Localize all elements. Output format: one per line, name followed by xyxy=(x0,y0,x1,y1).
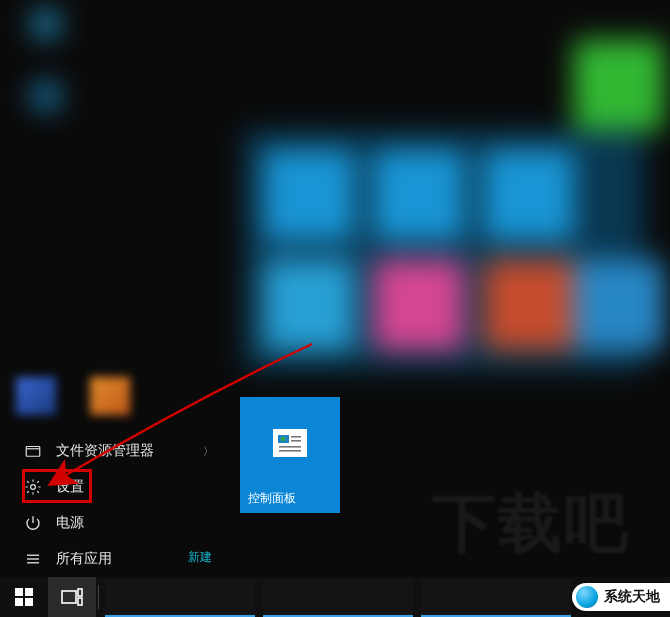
taskbar-running-app[interactable] xyxy=(263,579,413,617)
globe-icon xyxy=(576,586,598,608)
svg-rect-8 xyxy=(291,436,301,438)
svg-rect-12 xyxy=(15,588,23,596)
control-panel-tile-label: 控制面板 xyxy=(240,484,340,513)
svg-rect-18 xyxy=(78,598,82,605)
taskbar-separator xyxy=(98,585,99,609)
control-panel-tile[interactable]: 控制面板 xyxy=(240,397,340,513)
gear-icon xyxy=(24,478,42,496)
power-icon xyxy=(24,514,42,532)
svg-rect-0 xyxy=(26,447,40,457)
site-badge-label: 系统天地 xyxy=(604,588,660,606)
svg-rect-16 xyxy=(62,591,76,603)
svg-point-7 xyxy=(281,437,286,442)
svg-rect-11 xyxy=(279,450,301,452)
settings-label: 设置 xyxy=(56,478,84,496)
file-explorer-menu-item[interactable]: 文件资源管理器 〉 xyxy=(14,433,224,469)
app-icon-blur xyxy=(90,377,130,415)
taskbar-running-app[interactable] xyxy=(105,579,255,617)
recent-apps-row xyxy=(16,377,130,415)
control-panel-icon xyxy=(273,429,307,457)
all-apps-label: 所有应用 xyxy=(56,550,112,568)
file-explorer-icon xyxy=(24,442,42,460)
start-button[interactable] xyxy=(0,577,48,617)
power-menu-item[interactable]: 电源 xyxy=(14,505,224,541)
task-view-icon xyxy=(61,588,83,606)
power-label: 电源 xyxy=(56,514,84,532)
svg-rect-17 xyxy=(78,589,82,596)
all-apps-icon xyxy=(24,550,42,568)
tile-group-label: 新建 xyxy=(188,549,212,566)
svg-rect-10 xyxy=(279,446,301,448)
svg-rect-9 xyxy=(291,440,301,442)
svg-rect-13 xyxy=(25,588,33,596)
taskbar-running-app[interactable] xyxy=(421,579,571,617)
svg-rect-14 xyxy=(15,598,23,606)
settings-menu-item[interactable]: 设置 xyxy=(14,469,224,505)
site-badge: 系统天地 xyxy=(572,583,670,611)
chevron-right-icon: 〉 xyxy=(203,444,214,459)
svg-rect-15 xyxy=(25,598,33,606)
task-view-button[interactable] xyxy=(48,577,96,617)
file-explorer-label: 文件资源管理器 xyxy=(56,442,154,460)
watermark-text: 下载吧 xyxy=(432,480,630,567)
svg-point-1 xyxy=(31,485,36,490)
start-menu-blurred-bg xyxy=(14,0,654,420)
app-icon-blur xyxy=(16,377,56,415)
windows-logo-icon xyxy=(15,588,33,606)
taskbar xyxy=(0,577,670,617)
